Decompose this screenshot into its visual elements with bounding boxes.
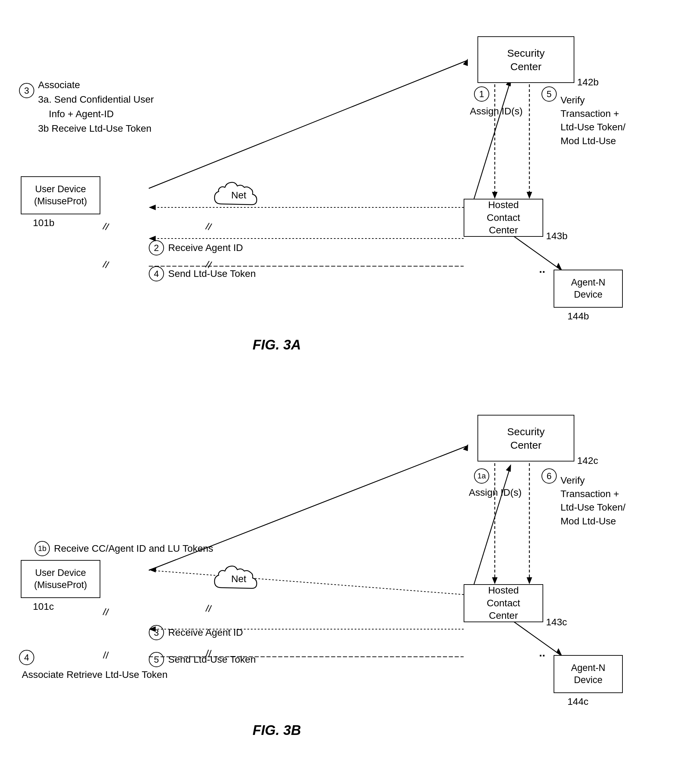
- step2-label-3a: Receive Agent ID: [168, 241, 243, 254]
- step4-container-3b: 4 Associate Retrieve Ltd-Use Token: [19, 650, 167, 681]
- step3-container-3b: 3 Receive Agent ID: [149, 625, 243, 640]
- step3-container-3a: 3: [19, 83, 34, 98]
- dots-3a: ..: [539, 263, 545, 275]
- agent-n-label-3a: Agent-N Device: [571, 277, 605, 301]
- net-cloud-label-3b: Net: [231, 574, 247, 585]
- user-device-label-3a: User Device (MisuseProt): [34, 183, 87, 207]
- hosted-contact-center-box-3a: Hosted Contact Center: [463, 199, 543, 237]
- security-center-id-3b: 142c: [577, 454, 598, 467]
- security-center-label-3b: Security Center: [507, 425, 545, 452]
- svg-marker-3: [527, 192, 532, 199]
- fig3b-caption: FIG. 3B: [208, 722, 346, 738]
- svg-marker-9: [149, 205, 156, 210]
- step4-label-3a: Send Ltd-Use Token: [168, 267, 256, 280]
- svg-marker-24: [463, 444, 468, 451]
- step6-label-3b: VerifyTransaction +Ltd-Use Token/Mod Ltd…: [560, 474, 626, 528]
- net-cloud-3a: Net: [211, 176, 267, 214]
- net-cloud-label-3a: Net: [231, 190, 247, 201]
- step4-label-3b: Associate Retrieve Ltd-Use Token: [22, 668, 167, 681]
- hcc-id-3a: 143b: [546, 229, 568, 243]
- hcc-label-3b: Hosted Contact Center: [487, 584, 520, 622]
- slash3-3a: //: [102, 259, 110, 271]
- step1-container-3a: 1: [474, 86, 489, 102]
- net-cloud-3b: Net: [211, 560, 267, 598]
- step3-label-3a: Associate3a. Send Confidential User Info…: [38, 78, 154, 136]
- user-device-label-3b: User Device (MisuseProt): [34, 567, 87, 591]
- svg-marker-18: [527, 577, 532, 584]
- step1a-label-3b: Assign ID(s): [469, 486, 521, 499]
- dots-3b: ..: [539, 646, 545, 659]
- user-device-id-3b: 101c: [33, 600, 54, 613]
- agent-n-label-3b: Agent-N Device: [571, 662, 605, 686]
- fig3a-caption: FIG. 3A: [208, 337, 346, 353]
- slash2-3b: //: [205, 603, 212, 614]
- svg-line-21: [150, 570, 463, 594]
- step4-circle-3a: 4: [149, 266, 164, 282]
- diagram-container: Security Center 142b 1 Assign ID(s) 5 Ve…: [0, 0, 674, 784]
- step5-label-3b: Send Ltd-Use Token: [168, 653, 256, 666]
- slash2-3a: //: [204, 221, 212, 233]
- step1a-circle-3b: 1a: [474, 468, 489, 484]
- step1-circle-3a: 1: [474, 86, 489, 102]
- step1a-container-3b: 1a: [474, 468, 489, 484]
- svg-line-19: [474, 467, 510, 584]
- step4-container-3a: 4 Send Ltd-Use Token: [149, 266, 256, 282]
- svg-marker-20: [506, 464, 511, 472]
- step1b-container-3b: 1b Receive CC/Agent ID and LU Tokens: [34, 541, 213, 556]
- step3-circle-3b: 3: [149, 625, 164, 640]
- svg-marker-16: [492, 577, 498, 584]
- step2-circle-3a: 2: [149, 240, 164, 255]
- step5-container-3a: 5: [541, 86, 557, 102]
- agent-n-device-box-3b: Agent-N Device: [554, 655, 623, 693]
- step1-label-3a: Assign ID(s): [470, 104, 523, 118]
- step2-container-3a: 2 Receive Agent ID: [149, 240, 243, 255]
- agent-n-device-box-3a: Agent-N Device: [554, 270, 623, 308]
- security-center-box-3a: Security Center: [477, 36, 574, 83]
- agent-n-id-3a: 144b: [568, 310, 589, 323]
- step5-label-3a: VerifyTransaction +Ltd-Use Token/Mod Ltd…: [560, 93, 626, 148]
- user-device-box-3a: User Device (MisuseProt): [21, 176, 100, 214]
- step4-circle-3b: 4: [19, 650, 34, 665]
- hcc-label-3a: Hosted Contact Center: [487, 199, 520, 236]
- step6-circle-3b: 6: [541, 468, 557, 484]
- step3-label-3b: Receive Agent ID: [168, 626, 243, 639]
- svg-marker-7: [463, 59, 468, 66]
- security-center-label-3a: Security Center: [507, 46, 545, 73]
- step5-circle-3a: 5: [541, 86, 557, 102]
- slash1-3a: //: [102, 221, 110, 233]
- slash1-3b: //: [102, 606, 109, 618]
- svg-line-6: [149, 61, 467, 188]
- step3-circle-3a: 3: [19, 83, 34, 98]
- hosted-contact-center-box-3b: Hosted Contact Center: [463, 584, 543, 622]
- step1b-label-3b: Receive CC/Agent ID and LU Tokens: [54, 542, 213, 555]
- step1b-circle-3b: 1b: [34, 541, 50, 556]
- agent-n-id-3b: 144c: [568, 695, 588, 708]
- svg-marker-22: [149, 567, 156, 572]
- user-device-id-3a: 101b: [33, 216, 54, 230]
- step6-container-3b: 6: [541, 468, 557, 484]
- security-center-id-3a: 142b: [577, 75, 599, 89]
- user-device-box-3b: User Device (MisuseProt): [21, 560, 100, 598]
- svg-marker-1: [492, 192, 498, 199]
- hcc-id-3b: 143c: [546, 615, 567, 629]
- security-center-box-3b: Security Center: [477, 415, 574, 462]
